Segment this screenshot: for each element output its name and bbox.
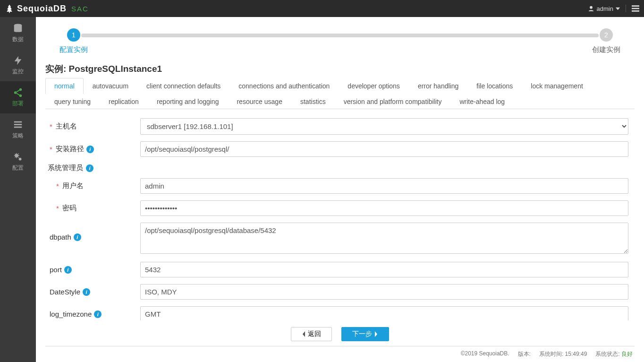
sidebar-item-label: 监控 — [12, 68, 24, 76]
version-label: 版本: — [518, 350, 531, 358]
sidebar-item-label: 部署 — [12, 100, 24, 108]
step-2-circle: 2 — [600, 28, 613, 42]
tab-error-handling[interactable]: error handling — [409, 78, 467, 94]
menu-icon[interactable] — [632, 5, 639, 12]
share-icon — [13, 87, 23, 98]
dbpath-label: dbpathi — [46, 223, 140, 241]
brand-sub: SAC — [71, 5, 89, 13]
svg-rect-2 — [632, 8, 639, 9]
step-1-label: 配置实例 — [59, 45, 88, 54]
tab-replication[interactable]: replication — [100, 94, 148, 109]
database-icon — [13, 23, 23, 34]
info-icon[interactable]: i — [94, 310, 102, 318]
gears-icon — [13, 152, 23, 162]
tab-version-platform[interactable]: version and platform compatibility — [335, 94, 451, 109]
next-button[interactable]: 下一步 — [341, 327, 389, 341]
sidebar-item-policy[interactable]: 策略 — [0, 113, 36, 146]
tab-lock-management[interactable]: lock management — [522, 78, 592, 94]
sidebar-item-config[interactable]: 配置 — [0, 146, 36, 178]
button-bar: 返回 下一步 — [45, 320, 635, 346]
step-1: 1 配置实例 — [59, 28, 88, 54]
svg-rect-3 — [632, 10, 639, 12]
system-time: 系统时间: 15:49:49 — [539, 350, 587, 358]
admin-section-header: 系统管理员i — [46, 164, 628, 172]
sidebar-item-monitor[interactable]: 监控 — [0, 49, 36, 81]
datestyle-label: DateStylei — [46, 288, 140, 296]
bolt-icon — [13, 55, 23, 66]
svg-rect-8 — [14, 121, 22, 122]
port-input[interactable] — [140, 262, 628, 277]
step-bar — [81, 34, 599, 37]
chevron-right-icon — [374, 331, 378, 337]
svg-rect-10 — [14, 126, 22, 128]
user-icon — [588, 5, 594, 12]
info-icon[interactable]: i — [86, 146, 94, 153]
page-title: 实例: PostgreSQLInstance1 — [45, 63, 635, 75]
sidebar-item-label: 配置 — [12, 164, 24, 172]
info-icon[interactable]: i — [86, 164, 93, 172]
logtz-input[interactable] — [140, 306, 628, 320]
list-icon — [13, 120, 23, 130]
info-icon[interactable]: i — [74, 233, 81, 241]
password-input[interactable] — [140, 200, 628, 216]
svg-point-0 — [590, 6, 593, 9]
svg-rect-9 — [14, 124, 22, 125]
user-label: *用户名 — [46, 181, 140, 190]
step-2: 2 创建实例 — [592, 28, 620, 54]
user-menu[interactable]: admin — [588, 5, 620, 12]
chevron-left-icon — [302, 331, 306, 337]
svg-point-12 — [19, 157, 22, 160]
tab-resource-usage[interactable]: resource usage — [228, 94, 291, 109]
form-scroll-area[interactable]: *主机名 sdbserver1 [192.168.1.101] *安装路径i 系… — [45, 109, 635, 320]
datestyle-input[interactable] — [140, 284, 628, 300]
brand-main: SequoiaDB — [17, 4, 67, 14]
host-select[interactable]: sdbserver1 [192.168.1.101] — [140, 118, 628, 135]
info-icon[interactable]: i — [83, 288, 90, 296]
tree-icon — [5, 4, 14, 13]
tab-developer-options[interactable]: developer options — [339, 78, 409, 94]
tabs: normal autovacuum client connection defa… — [45, 78, 635, 109]
sidebar: 数据 监控 部署 策略 配置 — [0, 17, 36, 362]
sidebar-item-label: 数据 — [12, 35, 24, 43]
host-label: *主机名 — [46, 122, 140, 131]
tab-statistics[interactable]: statistics — [291, 94, 335, 109]
tab-reporting-logging[interactable]: reporting and logging — [148, 94, 228, 109]
tab-normal[interactable]: normal — [45, 78, 84, 94]
info-icon[interactable]: i — [64, 266, 72, 274]
step-2-label: 创建实例 — [592, 45, 620, 54]
back-button[interactable]: 返回 — [291, 327, 332, 341]
dbpath-input[interactable]: /opt/sequoiasql/postgresql/database/5432 — [140, 223, 628, 254]
install-label: *安装路径i — [46, 145, 140, 154]
system-status: 系统状态: 良好 — [595, 350, 633, 358]
brand-logo: SequoiaDB SAC — [5, 4, 89, 14]
sidebar-item-data[interactable]: 数据 — [0, 17, 36, 49]
divider — [626, 5, 626, 12]
svg-rect-1 — [632, 5, 639, 7]
tab-file-locations[interactable]: file locations — [467, 78, 522, 94]
sidebar-item-deploy[interactable]: 部署 — [0, 81, 36, 113]
tab-query-tuning[interactable]: query tuning — [45, 94, 100, 109]
tab-client-connection-defaults[interactable]: client connection defaults — [137, 78, 229, 94]
stepper: 1 配置实例 2 创建实例 — [59, 28, 620, 54]
sidebar-item-label: 策略 — [12, 132, 24, 140]
caret-down-icon — [616, 7, 620, 11]
logtz-label: log_timezonei — [46, 310, 140, 318]
install-input[interactable] — [140, 141, 628, 157]
user-input[interactable] — [140, 178, 628, 194]
password-label: *密码 — [46, 204, 140, 213]
port-label: porti — [46, 266, 140, 274]
copyright: ©2019 SequoiaDB. — [461, 350, 509, 358]
app-header: SequoiaDB SAC admin — [0, 0, 644, 17]
footer: ©2019 SequoiaDB. 版本: 系统时间: 15:49:49 系统状态… — [45, 346, 635, 362]
tab-connections-authentication[interactable]: connections and authentication — [229, 78, 339, 94]
tab-autovacuum[interactable]: autovacuum — [84, 78, 137, 94]
step-1-circle: 1 — [67, 28, 80, 42]
tab-wal[interactable]: write-ahead log — [450, 94, 514, 109]
user-name: admin — [597, 5, 613, 12]
